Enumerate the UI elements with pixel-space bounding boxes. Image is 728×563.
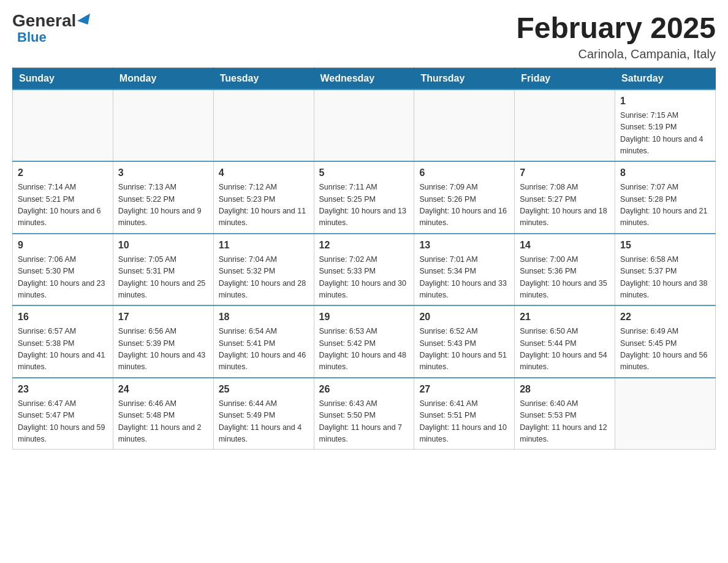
day-info: Sunrise: 7:00 AMSunset: 5:36 PMDaylight:…: [520, 254, 610, 302]
day-info: Sunrise: 6:56 AMSunset: 5:39 PMDaylight:…: [118, 326, 208, 373]
calendar-cell: 14Sunrise: 7:00 AMSunset: 5:36 PMDayligh…: [515, 234, 615, 306]
day-info: Sunrise: 7:02 AMSunset: 5:33 PMDaylight:…: [319, 254, 409, 302]
calendar-cell: 25Sunrise: 6:44 AMSunset: 5:49 PMDayligh…: [213, 378, 314, 450]
day-number: 12: [319, 238, 409, 253]
calendar-table: SundayMondayTuesdayWednesdayThursdayFrid…: [12, 67, 716, 450]
day-info: Sunrise: 7:06 AMSunset: 5:30 PMDaylight:…: [18, 254, 108, 302]
day-number: 6: [419, 166, 509, 180]
calendar-cell: 16Sunrise: 6:57 AMSunset: 5:38 PMDayligh…: [13, 305, 113, 378]
calendar-cell: 7Sunrise: 7:08 AMSunset: 5:27 PMDaylight…: [515, 161, 615, 234]
day-number: 5: [319, 166, 409, 180]
calendar-cell: 28Sunrise: 6:40 AMSunset: 5:53 PMDayligh…: [515, 378, 615, 450]
day-info: Sunrise: 6:46 AMSunset: 5:48 PMDaylight:…: [118, 398, 208, 446]
calendar-cell: 19Sunrise: 6:53 AMSunset: 5:42 PMDayligh…: [314, 305, 414, 378]
calendar-cell: 2Sunrise: 7:14 AMSunset: 5:21 PMDaylight…: [13, 161, 113, 234]
header-monday: Monday: [113, 67, 213, 90]
logo-general-text: General: [12, 12, 76, 29]
day-info: Sunrise: 6:50 AMSunset: 5:44 PMDaylight:…: [520, 326, 610, 373]
calendar-cell: [414, 90, 515, 162]
day-number: 23: [18, 382, 108, 397]
calendar-week-row: 9Sunrise: 7:06 AMSunset: 5:30 PMDaylight…: [13, 234, 716, 306]
calendar-week-row: 1Sunrise: 7:15 AMSunset: 5:19 PMDaylight…: [13, 90, 716, 162]
day-info: Sunrise: 7:07 AMSunset: 5:28 PMDaylight:…: [620, 182, 710, 229]
day-number: 8: [620, 166, 710, 180]
calendar-week-row: 2Sunrise: 7:14 AMSunset: 5:21 PMDaylight…: [13, 161, 716, 234]
day-number: 26: [319, 382, 409, 397]
calendar-cell: 6Sunrise: 7:09 AMSunset: 5:26 PMDaylight…: [414, 161, 515, 234]
day-info: Sunrise: 7:14 AMSunset: 5:21 PMDaylight:…: [18, 182, 108, 229]
calendar-cell: 8Sunrise: 7:07 AMSunset: 5:28 PMDaylight…: [615, 161, 716, 234]
day-number: 4: [219, 166, 309, 180]
calendar-week-row: 16Sunrise: 6:57 AMSunset: 5:38 PMDayligh…: [13, 305, 716, 378]
day-number: 24: [118, 382, 208, 397]
calendar-cell: 26Sunrise: 6:43 AMSunset: 5:50 PMDayligh…: [314, 378, 414, 450]
location-subtitle: Carinola, Campania, Italy: [516, 47, 716, 61]
calendar-cell: 3Sunrise: 7:13 AMSunset: 5:22 PMDaylight…: [113, 161, 213, 234]
day-info: Sunrise: 6:54 AMSunset: 5:41 PMDaylight:…: [219, 326, 309, 373]
day-info: Sunrise: 7:09 AMSunset: 5:26 PMDaylight:…: [419, 182, 509, 229]
day-number: 14: [520, 238, 610, 253]
calendar-cell: 20Sunrise: 6:52 AMSunset: 5:43 PMDayligh…: [414, 305, 515, 378]
calendar-cell: [113, 90, 213, 162]
day-info: Sunrise: 7:13 AMSunset: 5:22 PMDaylight:…: [118, 182, 208, 229]
calendar-cell: [13, 90, 113, 162]
calendar-cell: 17Sunrise: 6:56 AMSunset: 5:39 PMDayligh…: [113, 305, 213, 378]
logo-blue-text: Blue: [17, 29, 47, 45]
calendar-cell: 27Sunrise: 6:41 AMSunset: 5:51 PMDayligh…: [414, 378, 515, 450]
calendar-cell: 11Sunrise: 7:04 AMSunset: 5:32 PMDayligh…: [213, 234, 314, 306]
day-number: 25: [219, 382, 309, 397]
day-number: 21: [520, 310, 610, 324]
calendar-cell: 21Sunrise: 6:50 AMSunset: 5:44 PMDayligh…: [515, 305, 615, 378]
page-header: General Blue February 2025 Carinola, Cam…: [12, 12, 716, 61]
calendar-cell: 10Sunrise: 7:05 AMSunset: 5:31 PMDayligh…: [113, 234, 213, 306]
header-wednesday: Wednesday: [314, 67, 414, 90]
calendar-cell: [213, 90, 314, 162]
calendar-cell: 1Sunrise: 7:15 AMSunset: 5:19 PMDaylight…: [615, 90, 716, 162]
day-number: 18: [219, 310, 309, 324]
day-info: Sunrise: 6:43 AMSunset: 5:50 PMDaylight:…: [319, 398, 409, 446]
calendar-cell: 12Sunrise: 7:02 AMSunset: 5:33 PMDayligh…: [314, 234, 414, 306]
calendar-cell: 4Sunrise: 7:12 AMSunset: 5:23 PMDaylight…: [213, 161, 314, 234]
day-info: Sunrise: 6:57 AMSunset: 5:38 PMDaylight:…: [18, 326, 108, 373]
calendar-cell: 9Sunrise: 7:06 AMSunset: 5:30 PMDaylight…: [13, 234, 113, 306]
day-info: Sunrise: 6:49 AMSunset: 5:45 PMDaylight:…: [620, 326, 710, 373]
header-thursday: Thursday: [414, 67, 515, 90]
calendar-cell: 24Sunrise: 6:46 AMSunset: 5:48 PMDayligh…: [113, 378, 213, 450]
day-number: 10: [118, 238, 208, 253]
calendar-cell: 15Sunrise: 6:58 AMSunset: 5:37 PMDayligh…: [615, 234, 716, 306]
day-info: Sunrise: 7:15 AMSunset: 5:19 PMDaylight:…: [620, 110, 710, 158]
calendar-cell: 23Sunrise: 6:47 AMSunset: 5:47 PMDayligh…: [13, 378, 113, 450]
header-friday: Friday: [515, 67, 615, 90]
calendar-week-row: 23Sunrise: 6:47 AMSunset: 5:47 PMDayligh…: [13, 378, 716, 450]
day-info: Sunrise: 6:41 AMSunset: 5:51 PMDaylight:…: [419, 398, 509, 446]
day-info: Sunrise: 7:01 AMSunset: 5:34 PMDaylight:…: [419, 254, 509, 302]
calendar-cell: [515, 90, 615, 162]
calendar-cell: [615, 378, 716, 450]
calendar-header-row: SundayMondayTuesdayWednesdayThursdayFrid…: [13, 67, 716, 90]
day-info: Sunrise: 6:44 AMSunset: 5:49 PMDaylight:…: [219, 398, 309, 446]
day-number: 22: [620, 310, 710, 324]
day-number: 7: [520, 166, 610, 180]
day-number: 3: [118, 166, 208, 180]
header-sunday: Sunday: [13, 67, 113, 90]
day-number: 1: [620, 94, 710, 109]
day-info: Sunrise: 7:08 AMSunset: 5:27 PMDaylight:…: [520, 182, 610, 229]
day-info: Sunrise: 6:47 AMSunset: 5:47 PMDaylight:…: [18, 398, 108, 446]
calendar-cell: 18Sunrise: 6:54 AMSunset: 5:41 PMDayligh…: [213, 305, 314, 378]
calendar-cell: [314, 90, 414, 162]
day-number: 28: [520, 382, 610, 397]
day-info: Sunrise: 6:40 AMSunset: 5:53 PMDaylight:…: [520, 398, 610, 446]
day-number: 2: [18, 166, 108, 180]
day-number: 27: [419, 382, 509, 397]
day-info: Sunrise: 6:52 AMSunset: 5:43 PMDaylight:…: [419, 326, 509, 373]
day-number: 16: [18, 310, 108, 324]
day-number: 17: [118, 310, 208, 324]
day-number: 19: [319, 310, 409, 324]
calendar-cell: 22Sunrise: 6:49 AMSunset: 5:45 PMDayligh…: [615, 305, 716, 378]
day-info: Sunrise: 7:05 AMSunset: 5:31 PMDaylight:…: [118, 254, 208, 302]
day-number: 20: [419, 310, 509, 324]
day-info: Sunrise: 7:11 AMSunset: 5:25 PMDaylight:…: [319, 182, 409, 229]
month-title: February 2025: [516, 12, 716, 45]
header-tuesday: Tuesday: [213, 67, 314, 90]
calendar-cell: 5Sunrise: 7:11 AMSunset: 5:25 PMDaylight…: [314, 161, 414, 234]
